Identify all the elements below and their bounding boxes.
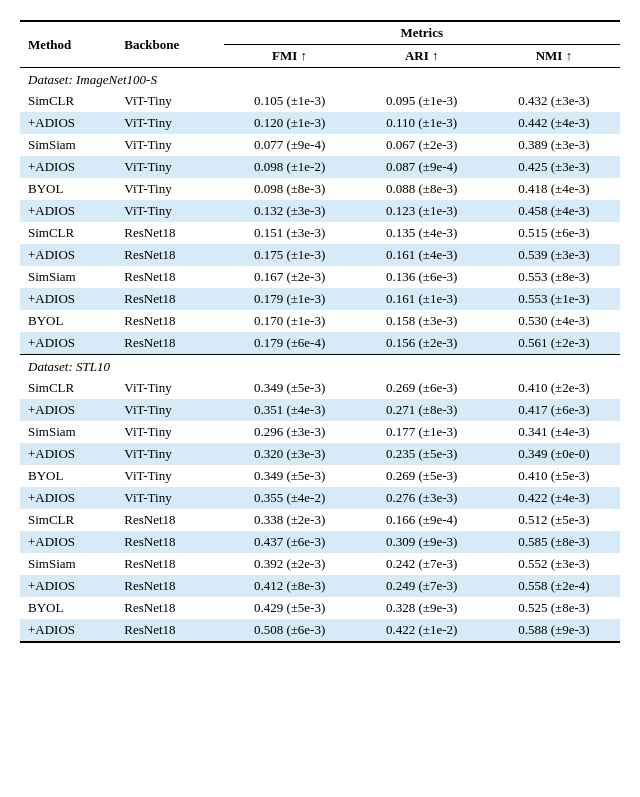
backbone-cell: ResNet18	[116, 575, 223, 597]
nmi-cell: 0.585 (±8e-3)	[488, 531, 620, 553]
ari-cell: 0.110 (±1e-3)	[356, 112, 488, 134]
ari-cell: 0.095 (±1e-3)	[356, 90, 488, 112]
ari-cell: 0.158 (±3e-3)	[356, 310, 488, 332]
nmi-cell: 0.341 (±4e-3)	[488, 421, 620, 443]
fmi-cell: 0.349 (±5e-3)	[224, 377, 356, 399]
backbone-cell: ResNet18	[116, 553, 223, 575]
method-cell: +ADIOS	[20, 443, 116, 465]
ari-cell: 0.276 (±3e-3)	[356, 487, 488, 509]
backbone-cell: ViT-Tiny	[116, 399, 223, 421]
nmi-cell: 0.552 (±3e-3)	[488, 553, 620, 575]
fmi-cell: 0.179 (±1e-3)	[224, 288, 356, 310]
fmi-cell: 0.077 (±9e-4)	[224, 134, 356, 156]
backbone-cell: ResNet18	[116, 597, 223, 619]
backbone-cell: ResNet18	[116, 288, 223, 310]
backbone-cell: ViT-Tiny	[116, 90, 223, 112]
table-row: BYOLResNet180.429 (±5e-3)0.328 (±9e-3)0.…	[20, 597, 620, 619]
table-row: +ADIOSResNet180.179 (±6e-4)0.156 (±2e-3)…	[20, 332, 620, 355]
ari-cell: 0.309 (±9e-3)	[356, 531, 488, 553]
method-cell: BYOL	[20, 597, 116, 619]
backbone-cell: ViT-Tiny	[116, 156, 223, 178]
backbone-cell: ResNet18	[116, 244, 223, 266]
ari-cell: 0.087 (±9e-4)	[356, 156, 488, 178]
table-row: BYOLViT-Tiny0.098 (±8e-3)0.088 (±8e-3)0.…	[20, 178, 620, 200]
fmi-cell: 0.437 (±6e-3)	[224, 531, 356, 553]
table-row: +ADIOSViT-Tiny0.098 (±1e-2)0.087 (±9e-4)…	[20, 156, 620, 178]
method-cell: +ADIOS	[20, 575, 116, 597]
backbone-cell: ResNet18	[116, 619, 223, 642]
fmi-cell: 0.508 (±6e-3)	[224, 619, 356, 642]
backbone-cell: ViT-Tiny	[116, 200, 223, 222]
method-header: Method	[20, 21, 116, 68]
fmi-cell: 0.392 (±2e-3)	[224, 553, 356, 575]
ari-cell: 0.177 (±1e-3)	[356, 421, 488, 443]
backbone-cell: ResNet18	[116, 310, 223, 332]
nmi-cell: 0.458 (±4e-3)	[488, 200, 620, 222]
nmi-cell: 0.410 (±2e-3)	[488, 377, 620, 399]
ari-cell: 0.135 (±4e-3)	[356, 222, 488, 244]
ari-cell: 0.161 (±4e-3)	[356, 244, 488, 266]
backbone-cell: ResNet18	[116, 531, 223, 553]
backbone-cell: ViT-Tiny	[116, 377, 223, 399]
results-table: Method Backbone Metrics FMI ↑ ARI ↑ NMI …	[20, 20, 620, 643]
fmi-cell: 0.098 (±1e-2)	[224, 156, 356, 178]
ari-cell: 0.328 (±9e-3)	[356, 597, 488, 619]
table-row: +ADIOSResNet180.179 (±1e-3)0.161 (±1e-3)…	[20, 288, 620, 310]
fmi-cell: 0.179 (±6e-4)	[224, 332, 356, 355]
nmi-cell: 0.410 (±5e-3)	[488, 465, 620, 487]
table-row: SimSiamViT-Tiny0.077 (±9e-4)0.067 (±2e-3…	[20, 134, 620, 156]
table-row: +ADIOSViT-Tiny0.355 (±4e-2)0.276 (±3e-3)…	[20, 487, 620, 509]
backbone-cell: ResNet18	[116, 222, 223, 244]
fmi-cell: 0.098 (±8e-3)	[224, 178, 356, 200]
ari-cell: 0.235 (±5e-3)	[356, 443, 488, 465]
ari-cell: 0.088 (±8e-3)	[356, 178, 488, 200]
table-row: SimSiamResNet180.167 (±2e-3)0.136 (±6e-3…	[20, 266, 620, 288]
table-container: Method Backbone Metrics FMI ↑ ARI ↑ NMI …	[20, 20, 620, 643]
nmi-cell: 0.425 (±3e-3)	[488, 156, 620, 178]
method-cell: SimSiam	[20, 553, 116, 575]
fmi-cell: 0.320 (±3e-3)	[224, 443, 356, 465]
nmi-cell: 0.515 (±6e-3)	[488, 222, 620, 244]
backbone-cell: ViT-Tiny	[116, 443, 223, 465]
backbone-cell: ViT-Tiny	[116, 465, 223, 487]
table-row: SimCLRViT-Tiny0.105 (±1e-3)0.095 (±1e-3)…	[20, 90, 620, 112]
ari-cell: 0.249 (±7e-3)	[356, 575, 488, 597]
nmi-cell: 0.525 (±8e-3)	[488, 597, 620, 619]
backbone-cell: ResNet18	[116, 266, 223, 288]
method-cell: +ADIOS	[20, 244, 116, 266]
table-row: +ADIOSResNet180.508 (±6e-3)0.422 (±1e-2)…	[20, 619, 620, 642]
backbone-cell: ViT-Tiny	[116, 421, 223, 443]
fmi-cell: 0.132 (±3e-3)	[224, 200, 356, 222]
method-cell: +ADIOS	[20, 619, 116, 642]
method-cell: +ADIOS	[20, 288, 116, 310]
nmi-cell: 0.558 (±2e-4)	[488, 575, 620, 597]
backbone-header: Backbone	[116, 21, 223, 68]
fmi-cell: 0.175 (±1e-3)	[224, 244, 356, 266]
method-cell: SimCLR	[20, 509, 116, 531]
method-cell: +ADIOS	[20, 332, 116, 355]
method-cell: SimSiam	[20, 134, 116, 156]
ari-cell: 0.166 (±9e-4)	[356, 509, 488, 531]
backbone-cell: ViT-Tiny	[116, 487, 223, 509]
nmi-header: NMI ↑	[488, 45, 620, 68]
method-cell: +ADIOS	[20, 156, 116, 178]
fmi-cell: 0.412 (±8e-3)	[224, 575, 356, 597]
nmi-cell: 0.539 (±3e-3)	[488, 244, 620, 266]
method-cell: SimSiam	[20, 266, 116, 288]
method-cell: BYOL	[20, 178, 116, 200]
method-cell: +ADIOS	[20, 487, 116, 509]
method-cell: +ADIOS	[20, 200, 116, 222]
method-cell: SimCLR	[20, 90, 116, 112]
method-cell: SimCLR	[20, 222, 116, 244]
section-imagenet-label: Dataset: ImageNet100-S	[20, 68, 620, 91]
nmi-cell: 0.442 (±4e-3)	[488, 112, 620, 134]
backbone-cell: ViT-Tiny	[116, 112, 223, 134]
table-row: SimSiamResNet180.392 (±2e-3)0.242 (±7e-3…	[20, 553, 620, 575]
fmi-cell: 0.355 (±4e-2)	[224, 487, 356, 509]
table-row: +ADIOSViT-Tiny0.132 (±3e-3)0.123 (±1e-3)…	[20, 200, 620, 222]
backbone-cell: ResNet18	[116, 332, 223, 355]
ari-cell: 0.067 (±2e-3)	[356, 134, 488, 156]
method-cell: +ADIOS	[20, 399, 116, 421]
ari-cell: 0.136 (±6e-3)	[356, 266, 488, 288]
method-cell: +ADIOS	[20, 531, 116, 553]
